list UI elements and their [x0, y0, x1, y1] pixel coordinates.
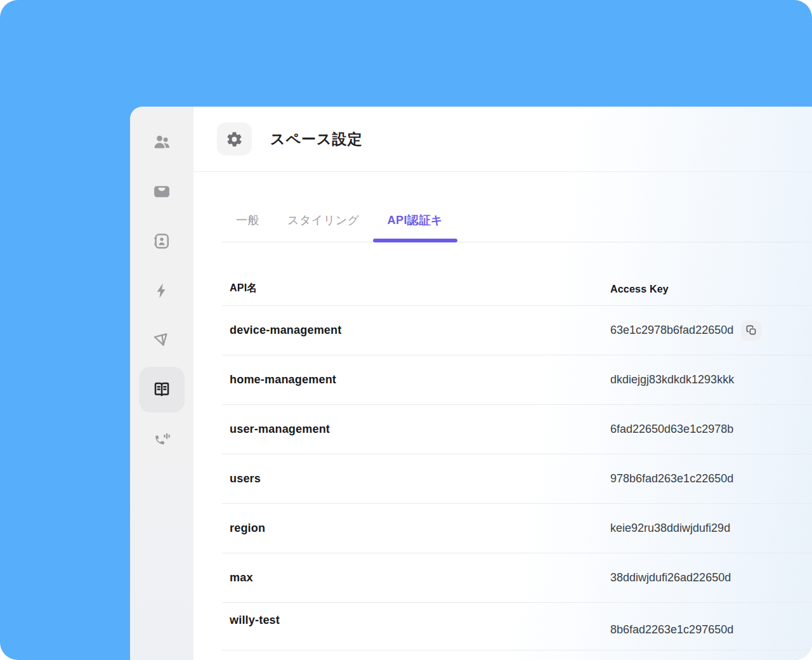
sidebar-item-send[interactable] — [139, 317, 185, 363]
access-key-cell: keie92ru38ddiwjdufi29d — [610, 522, 812, 535]
access-key-value: 8b6fad2263e1c297650d — [610, 623, 733, 637]
access-key-value: dkdiejgj83kdkdk1293kkk — [610, 373, 734, 386]
column-header-access-key: Access Key — [610, 284, 812, 295]
copy-key-button[interactable] — [741, 320, 761, 341]
table-row: device-management 63e1c2978b6fad22650d — [222, 306, 812, 355]
table-row: home-management dkdiejgj83kdkdk1293kkk — [222, 355, 812, 405]
api-name: user-management — [230, 423, 610, 436]
access-key-cell: 38ddiwjdufi26ad22650d — [610, 571, 812, 584]
api-name: willy-test — [230, 614, 610, 627]
sidebar-item-people[interactable] — [139, 119, 185, 165]
column-header-api-name: API名 — [230, 282, 610, 295]
lightning-icon — [153, 282, 171, 300]
inbox-icon — [152, 182, 171, 201]
table-row: willy-test 8b6fad2263e1c297650d — [222, 603, 812, 650]
access-key-value: keie92ru38ddiwjdufi29d — [610, 522, 730, 535]
access-key-cell: 8b6fad2263e1c297650d — [610, 623, 812, 637]
sidebar-item-automations[interactable] — [139, 268, 185, 314]
tab-styling[interactable]: スタイリング — [287, 213, 360, 242]
tab-api-keys[interactable]: API認証キ — [388, 213, 443, 242]
tab-bar: 一般 スタイリング API認証キ — [222, 213, 812, 242]
contact-card-icon — [152, 232, 171, 251]
api-name: home-management — [230, 373, 610, 386]
sidebar-item-inbox[interactable] — [139, 169, 185, 214]
page-title: スペース設定 — [270, 129, 363, 149]
voice-call-icon — [152, 430, 171, 449]
settings-window: スペース設定 一般 スタイリング API認証キ API名 Access Key … — [130, 107, 812, 660]
settings-gear-button[interactable] — [217, 122, 252, 155]
settings-header: スペース設定 — [193, 107, 812, 172]
access-key-cell: 978b6fad263e1c22650d — [610, 472, 812, 485]
api-name: device-management — [230, 324, 610, 337]
api-name: users — [230, 472, 610, 485]
access-key-cell: dkdiejgj83kdkdk1293kkk — [610, 373, 812, 386]
app-background: スペース設定 一般 スタイリング API認証キ API名 Access Key … — [0, 0, 812, 660]
table-row: region keie92ru38ddiwjdufi29d — [222, 504, 812, 553]
send-icon — [152, 331, 171, 350]
sidebar-item-knowledge[interactable] — [139, 367, 185, 412]
api-keys-table: API名 Access Key device-management 63e1c2… — [222, 242, 812, 650]
api-name: max — [230, 571, 610, 584]
copy-icon — [746, 325, 757, 336]
table-header-row: API名 Access Key — [222, 242, 812, 306]
access-key-value: 63e1c2978b6fad22650d — [610, 324, 733, 337]
access-key-value: 38ddiwjdufi26ad22650d — [610, 571, 731, 584]
sidebar — [130, 107, 193, 660]
sidebar-item-voice-calls[interactable] — [139, 416, 185, 462]
book-icon — [152, 380, 171, 399]
gear-icon — [226, 131, 243, 148]
settings-content: スペース設定 一般 スタイリング API認証キ API名 Access Key … — [193, 107, 812, 660]
table-row: max 38ddiwjdufi26ad22650d — [222, 553, 812, 603]
api-name: region — [230, 522, 610, 535]
table-row: user-management 6fad22650d63e1c2978b — [222, 405, 812, 454]
tab-general[interactable]: 一般 — [236, 213, 259, 242]
access-key-cell: 6fad22650d63e1c2978b — [610, 423, 812, 436]
access-key-cell: 63e1c2978b6fad22650d — [610, 320, 812, 341]
access-key-value: 978b6fad263e1c22650d — [610, 472, 733, 485]
access-key-value: 6fad22650d63e1c2978b — [610, 423, 733, 436]
people-icon — [152, 133, 171, 152]
table-row: users 978b6fad263e1c22650d — [222, 454, 812, 504]
sidebar-item-contacts[interactable] — [139, 218, 185, 264]
